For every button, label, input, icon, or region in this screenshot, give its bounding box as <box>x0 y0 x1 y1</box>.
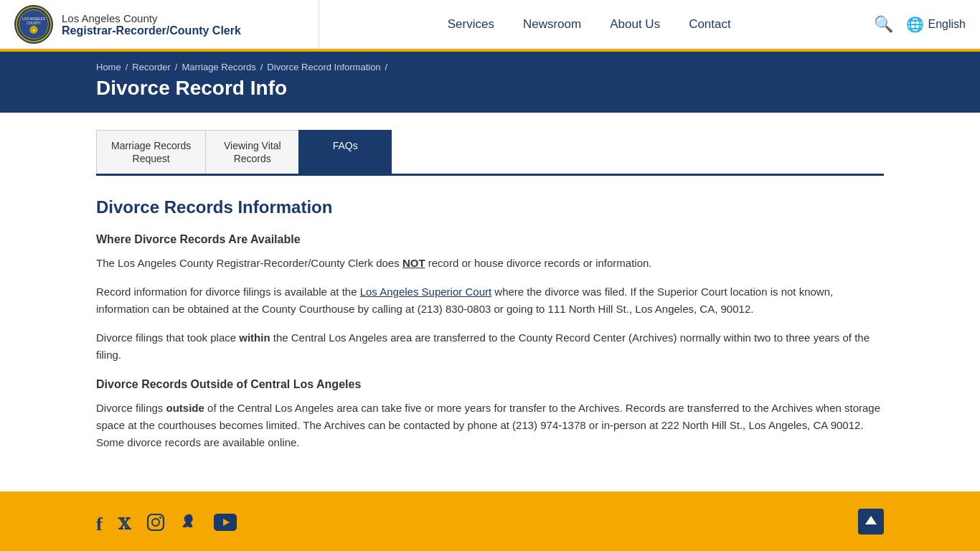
yelp-icon[interactable] <box>181 513 198 536</box>
header-right: 🔍 🌐 English <box>859 15 980 34</box>
instagram-icon[interactable] <box>146 513 165 536</box>
page-title: Divorce Record Info <box>96 77 884 100</box>
tab-faqs[interactable]: FAQs <box>298 130 392 174</box>
breadcrumb-home[interactable]: Home <box>96 62 121 72</box>
para1-prefix: The Los Angeles County Registrar-Recorde… <box>96 257 402 269</box>
footer: f 𝕏 <box>0 491 980 551</box>
svg-text:COUNTY: COUNTY <box>27 22 40 25</box>
county-seal: LOS ANGELES COUNTY ★ <box>14 5 53 44</box>
subsection1-para1: The Los Angeles County Registrar-Recorde… <box>96 255 884 272</box>
search-button[interactable]: 🔍 <box>874 15 893 34</box>
main-nav: Services Newsroom About Us Contact <box>319 17 859 32</box>
social-links: f 𝕏 <box>96 513 237 536</box>
search-icon: 🔍 <box>874 15 893 33</box>
back-to-top-icon <box>858 517 884 539</box>
logo-text: Los Angeles County Registrar-Recorder/Co… <box>62 12 241 37</box>
breadcrumb-sep-1: / <box>126 62 128 72</box>
logo-county: Los Angeles County <box>62 12 241 24</box>
para1-suffix: record or house divorce records or infor… <box>425 257 652 269</box>
subsection2-title: Divorce Records Outside of Central Los A… <box>96 378 884 391</box>
para4-prefix: Divorce filings <box>96 402 166 414</box>
subsection2-para1: Divorce filings outside of the Central L… <box>96 400 884 451</box>
breadcrumb-recorder[interactable]: Recorder <box>132 62 170 72</box>
logo-dept: Registrar-Recorder/County Clerk <box>62 24 241 37</box>
breadcrumb-sep-3: / <box>260 62 263 72</box>
subsection1-para3: Divorce filings that took place within t… <box>96 329 884 364</box>
section-title: Divorce Records Information <box>96 197 884 217</box>
title-bar: Home / Recorder / Marriage Records / Div… <box>0 52 980 113</box>
nav-services[interactable]: Services <box>448 17 494 32</box>
nav-contact[interactable]: Contact <box>689 17 731 32</box>
subsection1-title: Where Divorce Records Are Available <box>96 233 884 246</box>
tabs: Marriage RecordsRequest Viewing VitalRec… <box>96 130 884 176</box>
para3-prefix: Divorce filings that took place <box>96 331 239 344</box>
superior-court-link[interactable]: Los Angeles Superior Court <box>360 286 491 298</box>
para4-suffix: of the Central Los Angeles area can take… <box>96 402 880 448</box>
header: LOS ANGELES COUNTY ★ Los Angeles County … <box>0 0 980 52</box>
youtube-icon[interactable] <box>214 514 237 535</box>
para3-bold: within <box>239 331 270 344</box>
svg-point-7 <box>152 519 159 526</box>
svg-point-8 <box>159 517 161 519</box>
back-to-top-button[interactable] <box>858 509 884 540</box>
breadcrumb-sep-2: / <box>175 62 178 72</box>
twitter-icon[interactable]: 𝕏 <box>118 515 131 534</box>
tab-viewing-vital-records[interactable]: Viewing VitalRecords <box>205 130 298 174</box>
svg-rect-6 <box>148 514 164 530</box>
breadcrumb: Home / Recorder / Marriage Records / Div… <box>96 62 884 72</box>
tab-marriage-records-request[interactable]: Marriage RecordsRequest <box>96 130 205 174</box>
para4-bold: outside <box>166 402 204 414</box>
para1-not: NOT <box>402 257 425 269</box>
breadcrumb-sep-4: / <box>385 62 388 72</box>
nav-about-us[interactable]: About Us <box>610 17 660 32</box>
nav-newsroom[interactable]: Newsroom <box>523 17 581 32</box>
breadcrumb-marriage-records[interactable]: Marriage Records <box>182 62 255 72</box>
facebook-icon[interactable]: f <box>96 514 103 535</box>
content-area: Marriage RecordsRequest Viewing VitalRec… <box>0 113 980 491</box>
logo-area: LOS ANGELES COUNTY ★ Los Angeles County … <box>0 0 319 49</box>
language-button[interactable]: 🌐 English <box>906 16 966 33</box>
breadcrumb-current: Divorce Record Information <box>267 62 380 72</box>
para2-prefix: Record information for divorce filings i… <box>96 286 360 298</box>
svg-text:LOS ANGELES: LOS ANGELES <box>22 17 45 21</box>
globe-icon: 🌐 <box>906 16 924 33</box>
subsection1-para2: Record information for divorce filings i… <box>96 283 884 318</box>
language-label: English <box>928 18 966 31</box>
